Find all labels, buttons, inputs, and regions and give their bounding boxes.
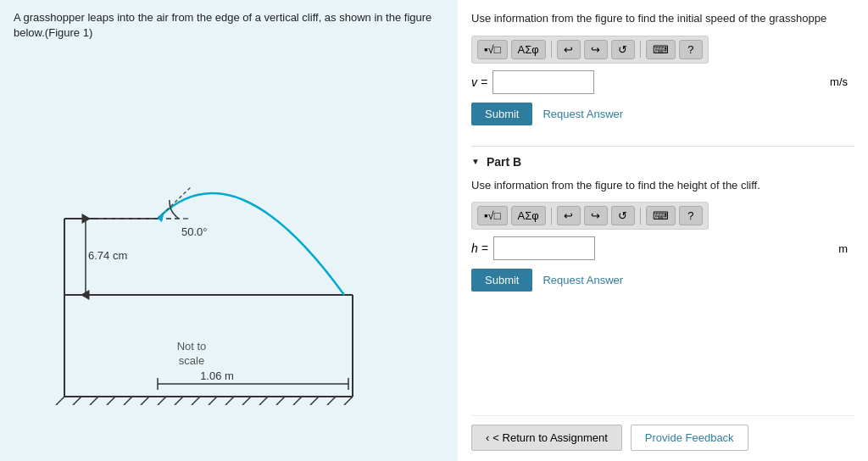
svg-line-11	[158, 397, 166, 405]
problem-text: A grasshopper leaps into the air from th…	[14, 10, 444, 41]
part-a-submit-row: Submit Request Answer	[471, 103, 854, 125]
svg-line-7	[90, 397, 98, 405]
toolbar-separator-2	[640, 41, 641, 58]
part-a-question: Use information from the figure to find …	[471, 10, 854, 27]
svg-text:6.74 cm: 6.74 cm	[88, 249, 127, 262]
svg-line-17	[259, 397, 268, 405]
svg-line-9	[124, 397, 132, 405]
part-b-header: ▼ Part B	[471, 155, 854, 169]
svg-line-10	[141, 397, 149, 405]
svg-line-19	[293, 397, 302, 405]
svg-line-8	[107, 397, 115, 405]
right-panel: Use information from the figure to find …	[458, 0, 868, 461]
part-b-request-link[interactable]: Request Answer	[542, 274, 623, 286]
part-b-submit-button[interactable]: Submit	[471, 269, 532, 292]
part-b-matrix-button[interactable]: ▪√□	[477, 206, 508, 225]
divider-1	[471, 146, 854, 147]
svg-line-14	[209, 397, 217, 405]
part-b-unit: m	[838, 242, 854, 255]
part-a-submit-button[interactable]: Submit	[471, 103, 532, 125]
part-b-toolbar: ▪√□ ΑΣφ ↩ ↪ ↺ ⌨ ?	[471, 202, 709, 230]
collapse-icon[interactable]: ▼	[471, 157, 480, 166]
part-b-separator-1	[551, 208, 552, 225]
toolbar-separator-1	[551, 41, 552, 58]
part-a-answer-row: v = m/s	[471, 70, 854, 94]
svg-line-22	[344, 397, 353, 405]
svg-line-12	[175, 397, 183, 405]
part-b-symbol-button[interactable]: ΑΣφ	[511, 206, 546, 225]
part-b-undo-button[interactable]: ↩	[557, 206, 581, 225]
svg-line-13	[192, 397, 200, 405]
svg-line-20	[310, 397, 319, 405]
part-b-title: Part B	[487, 155, 521, 169]
refresh-button[interactable]: ↺	[611, 40, 635, 59]
part-b-label: h =	[471, 242, 488, 255]
svg-line-16	[242, 397, 251, 405]
svg-line-6	[73, 397, 81, 405]
matrix-button[interactable]: ▪√□	[477, 40, 508, 59]
part-b-refresh-button[interactable]: ↺	[611, 206, 635, 225]
redo-button[interactable]: ↪	[584, 40, 608, 59]
part-b-help-button[interactable]: ?	[679, 206, 703, 225]
part-a-label: v =	[471, 75, 487, 89]
undo-button[interactable]: ↩	[557, 40, 581, 59]
svg-text:Not to: Not to	[177, 340, 207, 353]
part-a-input[interactable]	[492, 70, 594, 94]
keyboard-button[interactable]: ⌨	[646, 40, 676, 59]
help-button-a[interactable]: ?	[679, 40, 703, 59]
part-b-separator-2	[640, 208, 641, 225]
svg-line-21	[327, 397, 336, 405]
svg-line-18	[276, 397, 285, 405]
part-b-keyboard-button[interactable]: ⌨	[646, 206, 676, 225]
left-panel: A grasshopper leaps into the air from th…	[0, 0, 458, 461]
bottom-bar: ‹ < Return to Assignment Provide Feedbac…	[471, 415, 854, 451]
return-to-assignment-button[interactable]: ‹ < Return to Assignment	[471, 425, 622, 451]
part-b-question: Use information from the figure to find …	[471, 177, 854, 194]
part-a-request-link[interactable]: Request Answer	[542, 108, 623, 120]
symbol-button[interactable]: ΑΣφ	[511, 40, 546, 59]
part-b-redo-button[interactable]: ↪	[584, 206, 608, 225]
svg-text:1.06 m: 1.06 m	[200, 369, 234, 382]
svg-line-5	[56, 397, 64, 405]
part-a-unit: m/s	[830, 75, 854, 88]
part-a-toolbar: ▪√□ ΑΣφ ↩ ↪ ↺ ⌨ ?	[471, 36, 709, 64]
svg-text:50.0°: 50.0°	[181, 225, 208, 238]
physics-figure: 6.74 cm 50.0° 1.06 m Not to scale	[14, 49, 370, 405]
svg-text:scale: scale	[179, 354, 204, 367]
return-label: < Return to Assignment	[492, 431, 608, 444]
provide-feedback-button[interactable]: Provide Feedback	[631, 425, 748, 451]
part-b-input[interactable]	[493, 236, 595, 260]
return-arrow-icon: ‹	[486, 431, 489, 444]
part-b-answer-row: h = m	[471, 236, 854, 260]
svg-line-15	[225, 397, 234, 405]
part-b-submit-row: Submit Request Answer	[471, 269, 854, 292]
